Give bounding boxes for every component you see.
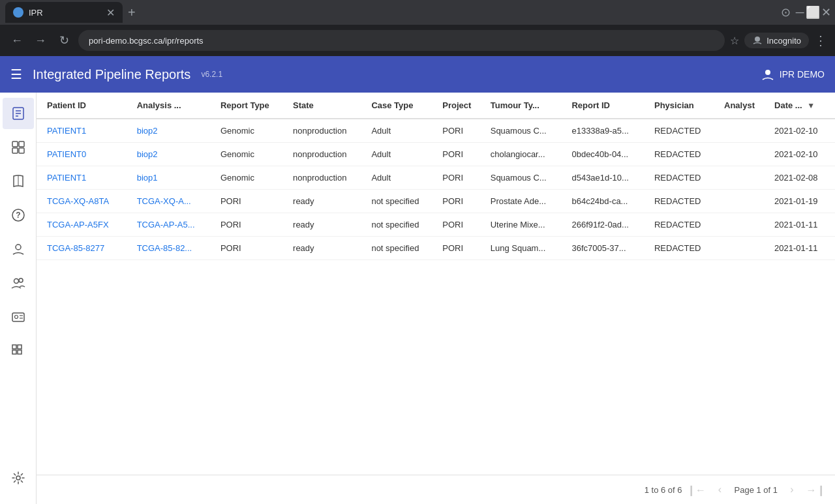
- cell-analyst: [719, 190, 769, 213]
- active-tab[interactable]: IPR ✕: [5, 2, 123, 23]
- next-page-button[interactable]: ›: [783, 481, 801, 499]
- hamburger-icon[interactable]: ☰: [10, 67, 22, 82]
- forward-button[interactable]: →: [31, 31, 50, 50]
- cell-physician: REDACTED: [649, 143, 719, 166]
- col-tumour-type[interactable]: Tumour Ty...: [485, 93, 567, 119]
- col-report-type[interactable]: Report Type: [215, 93, 288, 119]
- col-patient-id[interactable]: Patient ID: [37, 93, 132, 119]
- cell-analyst: [719, 119, 769, 143]
- sidebar-item-user[interactable]: [3, 233, 34, 265]
- sidebar-item-help[interactable]: ?: [3, 200, 34, 231]
- bookmark-icon[interactable]: ☆: [730, 35, 739, 47]
- user-profile-icon: [11, 242, 25, 256]
- address-input[interactable]: [78, 30, 725, 51]
- app-container: ☰ Integrated Pipeline Reports v6.2.1 IPR…: [0, 56, 835, 504]
- cell-analysis[interactable]: biop2: [132, 119, 215, 143]
- maximize-button[interactable]: ⬜: [809, 8, 817, 16]
- cell-analyst: [719, 213, 769, 237]
- cell-tumour-type: Uterine Mixe...: [485, 213, 567, 237]
- svg-point-15: [14, 279, 18, 284]
- patient-id-link[interactable]: PATIENT1: [47, 173, 86, 183]
- patient-id-link[interactable]: TCGA-85-8277: [47, 243, 104, 253]
- minimize-button[interactable]: ─: [796, 8, 804, 16]
- svg-rect-10: [19, 148, 24, 153]
- cell-report-type: PORI: [215, 213, 288, 237]
- app-header: ☰ Integrated Pipeline Reports v6.2.1 IPR…: [0, 56, 835, 93]
- cell-patient-id[interactable]: PATIENT0: [37, 143, 132, 166]
- col-project[interactable]: Project: [437, 93, 485, 119]
- svg-rect-8: [19, 141, 24, 147]
- cell-report-id: 266f91f2-0ad...: [566, 213, 649, 237]
- patient-id-link[interactable]: TCGA-XQ-A8TA: [47, 196, 109, 206]
- cell-state: ready: [288, 213, 366, 237]
- analysis-link[interactable]: biop1: [137, 173, 158, 183]
- sidebar-item-grid[interactable]: [3, 335, 34, 366]
- cell-date: 2021-01-11: [769, 237, 835, 260]
- patient-id-link[interactable]: TCGA-AP-A5FX: [47, 220, 109, 230]
- cell-tumour-type: cholangiocar...: [485, 143, 567, 166]
- cell-analysis[interactable]: biop1: [132, 166, 215, 190]
- analysis-link[interactable]: TCGA-XQ-A...: [137, 196, 191, 206]
- cell-patient-id[interactable]: PATIENT1: [37, 119, 132, 143]
- pagination: 1 to 6 of 6 ❙← ‹ Page 1 of 1 › →❙: [37, 475, 835, 504]
- cell-analysis[interactable]: TCGA-XQ-A...: [132, 190, 215, 213]
- tab-title: IPR: [29, 8, 101, 18]
- sidebar-item-dashboard[interactable]: [3, 132, 34, 163]
- content-area: Patient ID Analysis ... Report Type Stat…: [37, 93, 835, 504]
- new-tab-button[interactable]: +: [125, 3, 138, 23]
- analysis-link[interactable]: TCGA-AP-A5...: [137, 220, 195, 230]
- user-name: IPR DEMO: [780, 69, 825, 80]
- col-physician[interactable]: Physician: [649, 93, 719, 119]
- cell-state: nonproduction: [288, 166, 366, 190]
- cell-case-type: Adult: [366, 143, 437, 166]
- cell-project: PORI: [437, 119, 485, 143]
- cell-patient-id[interactable]: PATIENT1: [37, 166, 132, 190]
- patient-id-link[interactable]: PATIENT0: [47, 149, 86, 159]
- help-icon: ?: [11, 208, 25, 222]
- col-analysis[interactable]: Analysis ...: [132, 93, 215, 119]
- cell-case-type: not specified: [366, 190, 437, 213]
- last-page-button[interactable]: →❙: [806, 481, 825, 499]
- patient-id-link[interactable]: PATIENT1: [47, 126, 86, 136]
- analysis-link[interactable]: biop2: [137, 149, 158, 159]
- cell-patient-id[interactable]: TCGA-85-8277: [37, 237, 132, 260]
- cell-physician: REDACTED: [649, 166, 719, 190]
- sidebar-item-book[interactable]: [3, 166, 34, 197]
- reports-icon: [11, 106, 25, 121]
- incognito-badge[interactable]: Incognito: [744, 33, 809, 48]
- sidebar-item-settings[interactable]: [3, 462, 34, 494]
- col-state[interactable]: State: [288, 93, 366, 119]
- sidebar-item-idcard[interactable]: [3, 301, 34, 333]
- cell-date: 2021-02-10: [769, 119, 835, 143]
- back-button[interactable]: ←: [8, 31, 26, 50]
- col-analyst[interactable]: Analyst: [719, 93, 769, 119]
- analysis-link[interactable]: biop2: [137, 126, 158, 136]
- col-report-id[interactable]: Report ID: [566, 93, 649, 119]
- reload-button[interactable]: ↻: [55, 31, 73, 50]
- cell-patient-id[interactable]: TCGA-AP-A5FX: [37, 213, 132, 237]
- cell-analysis[interactable]: TCGA-AP-A5...: [132, 213, 215, 237]
- cell-analysis[interactable]: biop2: [132, 143, 215, 166]
- id-card-icon: [11, 310, 25, 324]
- cell-analyst: [719, 166, 769, 190]
- incognito-icon: [752, 35, 763, 46]
- cell-report-id: b64c24bd-ca...: [566, 190, 649, 213]
- prev-page-button[interactable]: ‹: [711, 481, 729, 499]
- cell-date: 2021-02-08: [769, 166, 835, 190]
- col-case-type[interactable]: Case Type: [366, 93, 437, 119]
- cell-tumour-type: Prostate Ade...: [485, 190, 567, 213]
- cell-analysis[interactable]: TCGA-85-82...: [132, 237, 215, 260]
- first-page-button[interactable]: ❙←: [688, 481, 706, 499]
- reports-table: Patient ID Analysis ... Report Type Stat…: [37, 93, 835, 260]
- analysis-link[interactable]: TCGA-85-82...: [137, 243, 192, 253]
- browser-menu-button[interactable]: ⋮: [814, 33, 827, 48]
- cell-patient-id[interactable]: TCGA-XQ-A8TA: [37, 190, 132, 213]
- svg-rect-24: [18, 350, 22, 354]
- col-date[interactable]: Date ... ▼: [769, 93, 835, 119]
- tab-close-button[interactable]: ✕: [106, 7, 115, 19]
- sidebar-item-users[interactable]: [3, 267, 34, 299]
- cell-case-type: not specified: [366, 237, 437, 260]
- page-range-info: 1 to 6 of 6: [645, 485, 682, 495]
- sidebar-item-reports[interactable]: [3, 98, 34, 129]
- close-button[interactable]: ✕: [822, 8, 830, 16]
